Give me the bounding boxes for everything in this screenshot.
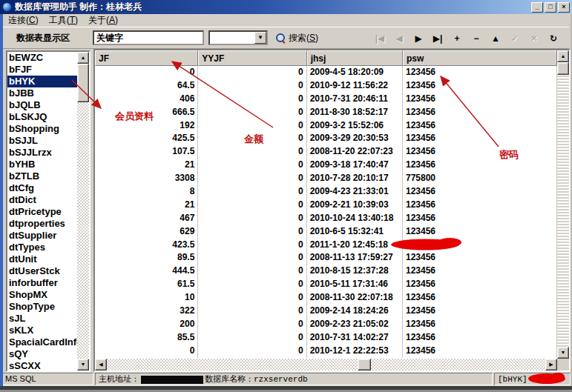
table-row[interactable]: 61.502010-5-11 17:31:46123456	[95, 278, 557, 291]
cell-JF: 629	[95, 225, 198, 239]
sidebar-item-bLSKJQ[interactable]: bLSKJQ	[7, 111, 77, 123]
scroll-up-icon[interactable]: ▲	[77, 52, 89, 64]
scroll-down-icon[interactable]: ▼	[557, 347, 569, 359]
sidebar-item-bFJF[interactable]: bFJF	[7, 64, 77, 76]
sidebar-item-dtproperties[interactable]: dtproperties	[7, 218, 77, 230]
cell-psw: 123456	[403, 159, 557, 172]
scroll-down-icon[interactable]: ▼	[77, 359, 89, 371]
sidebar-item-bHYK[interactable]: bHYK	[7, 76, 77, 87]
sidebar-item-dtCfg[interactable]: dtCfg	[7, 182, 77, 194]
sidebar-item-bSJJLrzx[interactable]: bSJJLrzx	[7, 147, 77, 159]
scroll-left-icon[interactable]: ◀	[95, 359, 107, 371]
table-row[interactable]: 002010-12-1 22:22:53123456	[95, 345, 557, 358]
table-row[interactable]: 32202009-2-14 18:24:26123456	[95, 305, 557, 318]
search-input[interactable]	[93, 30, 204, 45]
table-row[interactable]: 423.502011-1-20 12:45:18	[95, 239, 557, 252]
menu-item-A[interactable]: 关于(A)	[83, 13, 123, 27]
cell-jhsj: 2010-12-1 22:22:53	[307, 345, 403, 358]
sidebar-scroll-thumb[interactable]	[77, 64, 89, 102]
menu-item-T[interactable]: 工具(T)	[44, 13, 83, 27]
column-header-jhsj[interactable]: jhsj	[307, 50, 403, 66]
nav-edit-button[interactable]: ▲	[486, 30, 505, 47]
sidebar-item-sQY[interactable]: sQY	[7, 348, 77, 360]
sidebar-item-bSJJL[interactable]: bSJJL	[7, 135, 77, 147]
table-list: bEWZCbFJFbHYKbJBBbJQLBbLSKJQbShoppingbSJ…	[7, 52, 77, 371]
filter-combobox[interactable]: ▼	[208, 30, 268, 45]
table-row[interactable]: 40602010-7-31 20:46:11123456	[95, 93, 557, 106]
sidebar-item-SpacialCardInfo[interactable]: SpacialCardInfo	[7, 336, 77, 348]
sidebar-item-bZTLB[interactable]: bZTLB	[7, 170, 77, 182]
table-row[interactable]: 107.502008-11-20 22:07:23123456	[95, 145, 557, 159]
sidebar-item-dtSupplier[interactable]: dtSupplier	[7, 230, 77, 242]
menu-item-C[interactable]: 连接(C)	[3, 13, 44, 27]
sidebar-item-sKLX[interactable]: sKLX	[7, 325, 77, 336]
cell-YYJF: 0	[198, 132, 306, 145]
sidebar-item-dtDict[interactable]: dtDict	[7, 194, 77, 206]
table-row[interactable]: 444.502010-8-15 12:37:28123456	[95, 265, 557, 278]
cell-JF: 0	[95, 345, 198, 358]
grid-vscrollbar[interactable]: ▲ ▼	[557, 50, 569, 359]
nav-first-button[interactable]: |◀	[370, 30, 389, 47]
close-button[interactable]: ×	[558, 2, 570, 13]
column-header-YYJF[interactable]: YYJF	[198, 50, 306, 66]
sidebar-item-bJQLB[interactable]: bJQLB	[7, 99, 77, 111]
chevron-down-icon[interactable]: ▼	[254, 32, 266, 44]
table-row[interactable]: 425.502009-3-29 20:30:53123456	[95, 132, 557, 145]
cell-jhsj: 2011-1-20 12:45:18	[307, 239, 403, 252]
table-row[interactable]: 330802010-7-28 20:10:17775800	[95, 172, 557, 185]
table-row[interactable]: 64.502010-9-12 11:56:22123456	[95, 79, 557, 93]
table-row[interactable]: 85.502010-7-31 14:02:27123456	[95, 331, 557, 345]
nav-prior-button[interactable]: ◀	[389, 30, 409, 47]
nav-refresh-button[interactable]: ↻	[544, 30, 563, 47]
sidebar-item-bEWZC[interactable]: bEWZC	[7, 52, 77, 64]
table-row[interactable]: 666.502011-8-30 18:52:17123456	[95, 106, 557, 119]
sidebar-item-sSCXX[interactable]: sSCXX	[7, 360, 77, 371]
grid-vscroll-thumb[interactable]	[557, 62, 569, 75]
sidebar-item-dtPricetype[interactable]: dtPricetype	[7, 206, 77, 218]
maximize-button[interactable]: □	[545, 2, 556, 13]
grid-hscrollbar[interactable]: ◀ ▶	[95, 359, 557, 371]
table-row[interactable]: 2102009-2-21 10:39:03123456	[95, 199, 557, 212]
sidebar-item-dtUnit[interactable]: dtUnit	[7, 253, 77, 265]
sidebar-item-dtUserStck[interactable]: dtUserStck	[7, 265, 77, 277]
nav-delete-button[interactable]: −	[467, 30, 486, 47]
cell-JF: 425.5	[95, 132, 198, 145]
redacted-host	[141, 376, 203, 384]
table-row[interactable]: 2102009-3-18 17:40:47123456	[95, 159, 557, 172]
table-row[interactable]: 1002008-11-30 22:07:18123456	[95, 291, 557, 305]
sidebar-item-inforbuffer[interactable]: inforbuffer	[7, 277, 77, 289]
sidebar-scrollbar[interactable]: ▲ ▼	[77, 52, 89, 371]
grid-hscroll-thumb[interactable]	[358, 359, 371, 371]
scroll-up-icon[interactable]: ▲	[557, 50, 569, 62]
sidebar-item-sJL[interactable]: sJL	[7, 313, 77, 325]
table-row[interactable]: 46702010-10-24 13:40:18123456	[95, 212, 557, 225]
cell-psw: 123456	[403, 265, 557, 278]
table-row[interactable]: 002009-4-5 18:20:09123456	[95, 66, 557, 79]
nav-last-button[interactable]: ▶|	[428, 30, 447, 47]
sidebar-item-bJBB[interactable]: bJBB	[7, 87, 77, 99]
nav-next-button[interactable]: ▶	[409, 30, 428, 47]
cell-jhsj: 2008-11-30 22:07:18	[307, 291, 403, 305]
cell-JF: 423.5	[95, 239, 198, 252]
cell-JF: 322	[95, 305, 198, 318]
table-row[interactable]: 20002009-2-23 21:05:02123456	[95, 318, 557, 331]
sidebar-item-ShopType[interactable]: ShopType	[7, 301, 77, 313]
cell-YYJF: 0	[198, 225, 306, 239]
sidebar-item-dtTypes[interactable]: dtTypes	[7, 242, 77, 253]
scroll-right-icon[interactable]: ▶	[545, 359, 557, 371]
table-row[interactable]: 62902010-6-5 15:32:41123456	[95, 225, 557, 239]
sidebar-item-bYHB[interactable]: bYHB	[7, 159, 77, 170]
column-header-psw[interactable]: psw	[403, 50, 557, 66]
table-row[interactable]: 19202009-3-2 15:52:06123456	[95, 119, 557, 133]
cell-YYJF: 0	[198, 66, 306, 79]
sidebar-item-ShopMX[interactable]: ShopMX	[7, 289, 77, 301]
nav-cancel-button[interactable]: ✕	[525, 30, 544, 47]
column-header-JF[interactable]: JF	[95, 50, 198, 66]
search-button[interactable]: 搜索(S)	[272, 30, 322, 47]
nav-insert-button[interactable]: +	[447, 30, 467, 47]
table-row[interactable]: 89.502008-11-13 17:59:27123456	[95, 251, 557, 265]
minimize-button[interactable]: _	[531, 2, 543, 13]
sidebar-item-bShopping[interactable]: bShopping	[7, 123, 77, 135]
nav-post-button[interactable]: ✓	[505, 30, 525, 47]
table-row[interactable]: 802009-4-23 21:33:01123456	[95, 185, 557, 199]
